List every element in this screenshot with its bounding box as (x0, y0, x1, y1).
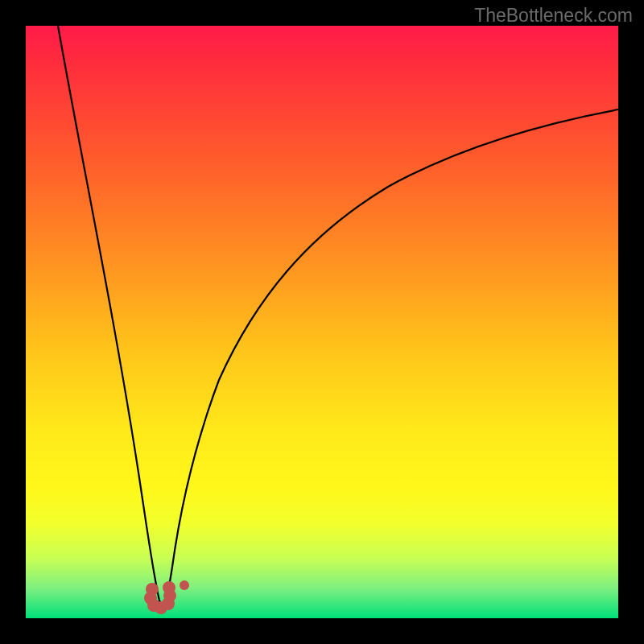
outer-frame: TheBottleneck.com (0, 0, 644, 644)
curve-overlay (26, 26, 618, 618)
watermark-text: TheBottleneck.com (474, 5, 633, 27)
svg-point-7 (180, 580, 189, 590)
minimum-marker-cluster (144, 580, 189, 614)
svg-point-6 (163, 581, 175, 594)
bottleneck-curve (58, 26, 618, 604)
